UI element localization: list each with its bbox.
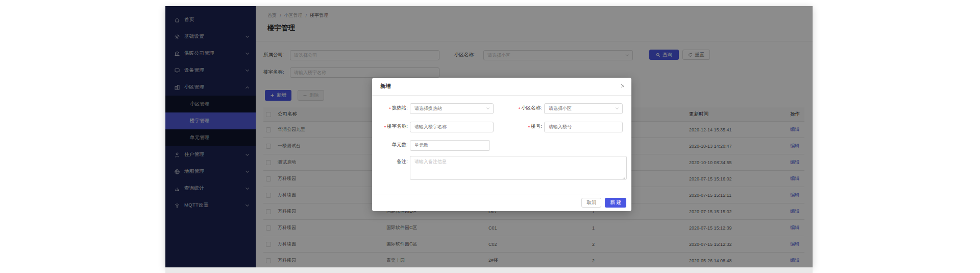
modal-building-name-field[interactable] [410,121,494,132]
modal-community-select-input[interactable] [544,103,623,114]
modal-community-select[interactable] [544,103,623,113]
modal-building-name-label: * 楼宇名称: [380,123,410,130]
modal-building-no-field[interactable] [544,121,623,132]
station-select-input[interactable] [410,103,494,114]
close-icon[interactable] [620,83,625,88]
modal-community-label: * 小区名称: [494,105,544,111]
confirm-create-button[interactable]: 新 建 [605,198,626,208]
modal-remark-textarea[interactable] [410,156,627,180]
cancel-button-label: 取消 [586,199,596,206]
station-label: * 换热站: [380,105,410,111]
modal-header: 新增 [372,78,631,96]
add-building-modal: 新增 * 换热站: * 小区名称: [372,78,631,211]
modal-body: * 换热站: * 小区名称: [372,96,631,182]
modal-footer: 取消 新 建 [372,194,631,211]
modal-units-label: 单元数: [380,142,410,148]
required-mark: * [519,106,521,111]
modal-remark-field[interactable] [410,156,627,182]
modal-building-no-label: * 楼号: [494,123,544,130]
page-canvas: 首页 基础设置 供暖公司管理 设备管理 小区管理 [0,0,980,273]
page-bottom-strip [165,267,813,273]
required-mark: * [384,125,386,130]
modal-remark-label: 备注: [380,158,410,165]
modal-title: 新增 [380,83,391,90]
app-window: 首页 基础设置 供暖公司管理 设备管理 小区管理 [165,6,813,267]
modal-building-no-input[interactable] [544,122,623,132]
confirm-create-button-label: 新 建 [610,199,621,206]
modal-units-input[interactable] [410,140,490,151]
cancel-button[interactable]: 取消 [581,198,601,208]
modal-building-name-input[interactable] [410,122,494,132]
modal-units-field[interactable] [410,140,490,150]
required-mark: * [528,125,530,130]
station-select[interactable] [410,103,494,113]
required-mark: * [389,106,391,111]
